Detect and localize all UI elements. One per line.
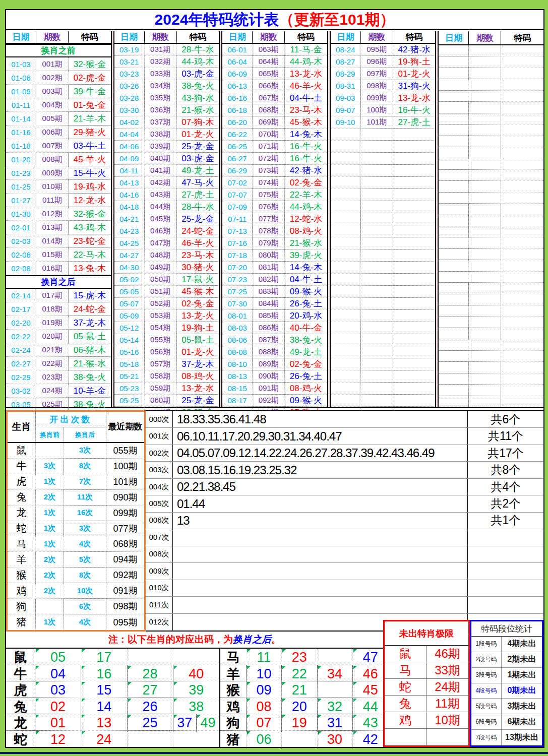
period-row: 06-27072期16-牛-火 bbox=[222, 153, 327, 165]
period-row bbox=[439, 124, 543, 136]
zodiac-cell: 马 bbox=[8, 536, 36, 551]
period-cell: 002期 bbox=[36, 71, 69, 84]
count-subheaders: 换肖前 换肖后 bbox=[36, 427, 106, 442]
period-cell bbox=[361, 322, 393, 334]
code-cell: 29-猪-火 bbox=[69, 125, 111, 139]
period-cell: 001期 bbox=[36, 57, 69, 71]
date-cell bbox=[331, 358, 361, 370]
code-cell: 38-兔-火 bbox=[285, 334, 327, 346]
period-row bbox=[439, 339, 543, 350]
code-cell: 09-猴-火 bbox=[285, 395, 327, 406]
period-row: 02-22020期05-鼠-土 bbox=[6, 330, 111, 343]
date-cell bbox=[331, 395, 361, 406]
period-header: 期数 bbox=[469, 31, 501, 44]
period-cell: 087期 bbox=[253, 334, 285, 346]
code-cell: 05-鼠-土 bbox=[69, 330, 111, 343]
frequency-label: 001次 bbox=[146, 428, 173, 444]
period-row: 05-18057期37-龙-木 bbox=[114, 358, 219, 370]
period-cell: 003期 bbox=[36, 85, 69, 98]
code-cell bbox=[501, 396, 543, 407]
zodiac-cell bbox=[385, 729, 427, 745]
zodiac-cell: 羊 bbox=[8, 552, 36, 567]
code-cell bbox=[501, 124, 543, 135]
segment-row: 6段号码6期未出 bbox=[471, 714, 542, 730]
rows: 06-01063期11-马-金06-04064期44-鸡-木06-09065期1… bbox=[222, 44, 327, 431]
date-cell: 09-10 bbox=[331, 116, 361, 128]
numbers-cell bbox=[173, 597, 468, 613]
date-cell: 08-27 bbox=[331, 56, 361, 68]
code-cell bbox=[501, 68, 543, 79]
period-cell bbox=[469, 317, 501, 328]
before-count-cell bbox=[36, 443, 64, 458]
period-row: 03-02024期10-羊-金 bbox=[6, 384, 111, 398]
period-cell: 012期 bbox=[36, 207, 69, 220]
code-cell: 26-兔-土 bbox=[285, 298, 327, 309]
period-row: 04-06039期25-龙-金 bbox=[114, 141, 219, 153]
date-cell bbox=[439, 385, 469, 395]
period-row: 03-21032期44-鸡-木 bbox=[114, 56, 219, 68]
code-cell: 27-虎-土 bbox=[393, 116, 436, 128]
numbers-cell bbox=[173, 563, 468, 579]
code-cell bbox=[393, 383, 436, 394]
period-row bbox=[439, 79, 543, 90]
period-row: 04-04038期01-龙-火 bbox=[114, 129, 219, 141]
code-cell: 13-龙-水 bbox=[393, 92, 436, 104]
segment-value: 0期未出 bbox=[502, 683, 542, 699]
code-cell: 31-狗-火 bbox=[393, 80, 436, 92]
date-cell: 01-16 bbox=[6, 125, 36, 139]
date-cell: 02-03 bbox=[6, 234, 36, 247]
date-cell: 06-20 bbox=[222, 116, 253, 128]
date-cell: 02-17 bbox=[6, 302, 36, 316]
number-cell: 40 bbox=[173, 665, 219, 683]
zodiac-numbers-row: 猴092145 bbox=[220, 681, 388, 698]
period-cell: 074期 bbox=[253, 177, 285, 188]
period-row: 02-06015期22-马-木 bbox=[6, 248, 111, 262]
code-cell: 42-猪-水 bbox=[393, 44, 436, 55]
note-prefix: 注：以下生肖的对应出码，为 bbox=[108, 633, 233, 646]
date-cell bbox=[331, 322, 361, 334]
segment-value: 6期未出 bbox=[502, 714, 542, 729]
zodiac-cell: 鼠 bbox=[385, 646, 427, 662]
missing-zodiac-title: 未出特肖极限 bbox=[385, 621, 468, 646]
number-cell: 21 bbox=[282, 681, 317, 699]
code-cell bbox=[501, 249, 543, 260]
date-cell: 04-13 bbox=[114, 177, 145, 188]
after-count-cell: 7次 bbox=[64, 474, 106, 489]
period-cell: 043期 bbox=[145, 189, 177, 201]
period-cell bbox=[469, 305, 501, 316]
code-cell: 46-羊-火 bbox=[285, 80, 327, 92]
count-cell bbox=[468, 546, 543, 562]
period-cell bbox=[469, 204, 501, 214]
date-cell: 02-20 bbox=[6, 316, 36, 329]
period-cell: 083期 bbox=[253, 286, 285, 297]
before-count-cell: 2次 bbox=[36, 490, 64, 505]
period-row: 02-17018期24-蛇-金 bbox=[6, 302, 111, 316]
frequency-label: 004次 bbox=[146, 479, 173, 495]
segment-row: 2段号码2期未出 bbox=[471, 652, 542, 668]
period-cell: 095期 bbox=[361, 44, 393, 55]
number-cell: 39 bbox=[173, 681, 219, 699]
date-cell: 01-27 bbox=[6, 194, 36, 207]
period-row bbox=[331, 322, 436, 334]
period-cell: 099期 bbox=[361, 92, 393, 104]
period-cell bbox=[469, 260, 501, 271]
note-row: 注：以下生肖的对应出码，为换肖之后。 bbox=[6, 632, 383, 648]
period-row: 03-30036期21-猴-水 bbox=[114, 104, 219, 116]
date-cell: 01-20 bbox=[6, 153, 36, 166]
period-row bbox=[439, 170, 543, 181]
number-cell: 19 bbox=[282, 714, 317, 732]
number-cell: 08 bbox=[247, 698, 282, 716]
period-row bbox=[439, 373, 543, 385]
period-cell bbox=[469, 113, 501, 124]
date-cell: 04-18 bbox=[114, 201, 145, 213]
period-cell bbox=[361, 129, 393, 140]
period-cell: 037期 bbox=[145, 116, 177, 128]
period-row bbox=[439, 136, 543, 147]
code-cell bbox=[393, 189, 436, 201]
period-cell: 079期 bbox=[253, 237, 285, 249]
date-cell bbox=[439, 283, 469, 293]
period-cell: 017期 bbox=[36, 289, 69, 302]
code-cell: 13-龙-水 bbox=[177, 383, 219, 394]
code-header: 特码 bbox=[393, 31, 436, 43]
after-count-cell: 8次 bbox=[64, 568, 106, 583]
